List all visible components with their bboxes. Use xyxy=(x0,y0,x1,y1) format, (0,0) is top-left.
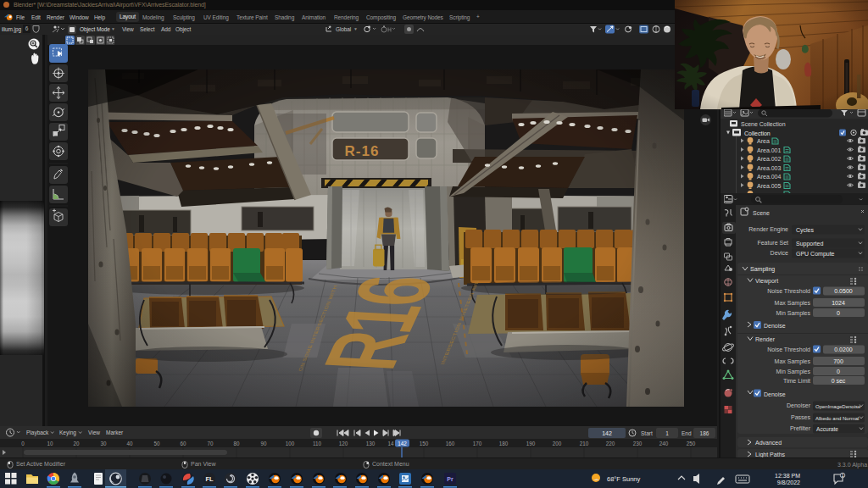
svg-text:Render Engine: Render Engine xyxy=(748,226,788,233)
svg-text:0: 0 xyxy=(21,441,25,446)
svg-text:9/8/2022: 9/8/2022 xyxy=(777,480,800,485)
svg-text:Denoise: Denoise xyxy=(764,391,786,397)
svg-text:FL: FL xyxy=(205,475,214,483)
svg-text:40: 40 xyxy=(126,441,133,446)
svg-text:110: 110 xyxy=(313,441,322,446)
svg-text:0.0200: 0.0200 xyxy=(834,347,853,352)
svg-text:Viewport: Viewport xyxy=(755,278,778,285)
svg-text:160: 160 xyxy=(446,441,455,446)
svg-text:130: 130 xyxy=(366,441,376,446)
svg-text:Area.004: Area.004 xyxy=(757,174,782,180)
svg-text:186: 186 xyxy=(700,430,709,436)
svg-text:Device: Device xyxy=(771,250,789,256)
svg-text:Scene Collection: Scene Collection xyxy=(741,121,786,127)
svg-text:30: 30 xyxy=(100,441,107,446)
svg-text:Max Samples: Max Samples xyxy=(775,358,811,365)
svg-text:700: 700 xyxy=(833,358,843,364)
svg-text:200: 200 xyxy=(553,441,562,446)
svg-text:Denoiser: Denoiser xyxy=(787,402,811,408)
svg-text:Area.002: Area.002 xyxy=(757,156,782,162)
svg-text:220: 220 xyxy=(606,441,615,446)
svg-text:90: 90 xyxy=(260,441,267,446)
svg-text:250: 250 xyxy=(687,441,696,446)
svg-text:View: View xyxy=(88,430,100,435)
svg-text:Passes: Passes xyxy=(791,414,810,420)
svg-text:142: 142 xyxy=(602,430,612,436)
svg-text:Start: Start xyxy=(641,430,653,436)
svg-text:Area.003: Area.003 xyxy=(757,165,782,171)
svg-text:Accurate: Accurate xyxy=(816,426,838,432)
svg-text:Supported: Supported xyxy=(796,241,823,247)
svg-text:180: 180 xyxy=(499,441,509,446)
svg-text:80: 80 xyxy=(233,441,240,446)
svg-text:Max Samples: Max Samples xyxy=(775,300,811,307)
svg-text:Cycles: Cycles xyxy=(796,227,815,234)
svg-text:Denoise: Denoise xyxy=(764,323,786,329)
svg-text:Feature Set: Feature Set xyxy=(757,240,788,246)
svg-text:Playback: Playback xyxy=(26,430,49,436)
svg-text:Advanced: Advanced xyxy=(755,440,782,446)
svg-text:Scene: Scene xyxy=(753,210,770,216)
svg-text:142: 142 xyxy=(398,441,407,446)
svg-text:Render: Render xyxy=(755,336,776,342)
svg-text:Area.005: Area.005 xyxy=(757,183,782,189)
svg-text:Keying: Keying xyxy=(59,430,76,436)
svg-text:240: 240 xyxy=(659,441,669,446)
svg-text:1024: 1024 xyxy=(832,300,845,306)
svg-text:70: 70 xyxy=(207,441,214,446)
svg-text:Area: Area xyxy=(757,138,770,144)
svg-text:GPU Compute: GPU Compute xyxy=(796,251,835,258)
svg-text:Sampling: Sampling xyxy=(750,266,775,273)
svg-text:Albedo and Normal: Albedo and Normal xyxy=(815,416,859,421)
svg-text:0.0500: 0.0500 xyxy=(834,288,853,294)
svg-text:Time Limit: Time Limit xyxy=(783,378,810,384)
svg-text:Noise Threshold: Noise Threshold xyxy=(767,347,810,352)
svg-text:0: 0 xyxy=(837,310,840,316)
svg-text:Noise Threshold: Noise Threshold xyxy=(767,288,810,294)
svg-text:190: 190 xyxy=(526,441,536,446)
svg-text:Area.001: Area.001 xyxy=(757,147,782,153)
svg-text:50: 50 xyxy=(153,441,160,446)
svg-text:68°F Sunny: 68°F Sunny xyxy=(607,475,641,483)
svg-text:170: 170 xyxy=(473,441,482,446)
svg-text:Collection: Collection xyxy=(744,130,771,136)
svg-text:20: 20 xyxy=(73,441,80,446)
svg-text:10: 10 xyxy=(47,441,53,446)
svg-text:Pr: Pr xyxy=(447,476,453,482)
svg-text:100: 100 xyxy=(286,441,295,446)
svg-text:150: 150 xyxy=(420,441,429,446)
svg-text:1: 1 xyxy=(665,430,669,436)
svg-text:120: 120 xyxy=(339,441,348,446)
svg-text:60: 60 xyxy=(180,441,186,446)
svg-text:End: End xyxy=(682,430,692,436)
svg-text:Prefilter: Prefilter xyxy=(790,425,811,431)
svg-text:Min Samples: Min Samples xyxy=(776,369,811,375)
svg-text:14: 14 xyxy=(387,441,394,446)
svg-text:Min Samples: Min Samples xyxy=(776,310,811,317)
svg-text:0 sec: 0 sec xyxy=(832,378,846,384)
svg-text:OpenImageDenoise: OpenImageDenoise xyxy=(815,404,861,409)
svg-text:0: 0 xyxy=(837,369,840,374)
svg-text:210: 210 xyxy=(580,441,589,446)
svg-text:12:38 PM: 12:38 PM xyxy=(775,473,800,479)
svg-text:1: 1 xyxy=(841,473,843,478)
svg-text:Marker: Marker xyxy=(106,430,124,435)
svg-text:230: 230 xyxy=(633,441,643,446)
